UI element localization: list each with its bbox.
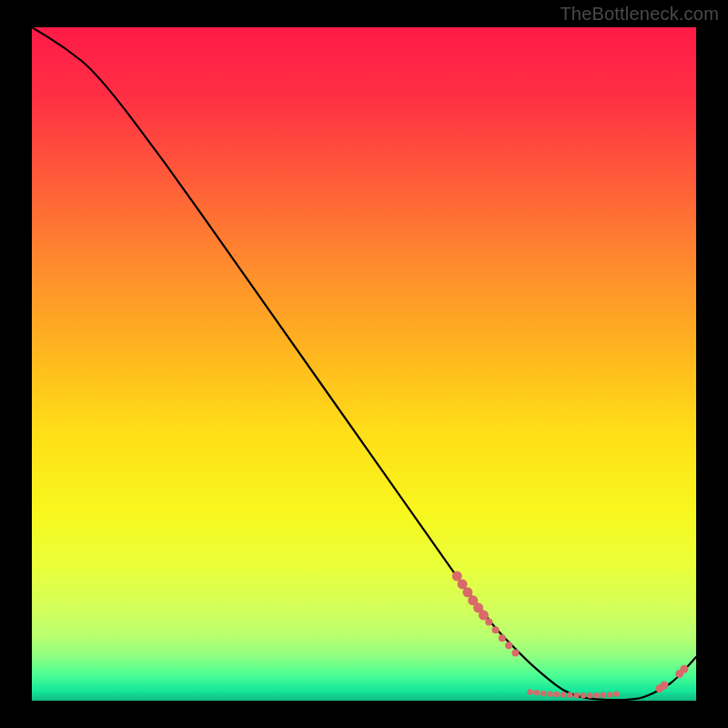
data-point [561,692,566,697]
chart-overlay [32,27,696,701]
data-point [601,693,606,698]
data-point [567,693,572,698]
data-point [479,611,489,621]
data-point [660,681,668,689]
data-point [593,693,599,698]
data-point [485,618,492,625]
data-point [527,689,532,694]
curve-line [32,27,696,700]
data-point [587,693,592,698]
data-point [511,649,519,656]
data-point [554,692,560,697]
data-point [541,691,546,696]
chart-frame: TheBottleneck.com [0,0,728,728]
plot-area [32,27,696,701]
data-point [573,693,579,698]
watermark-text: TheBottleneck.com [560,4,719,25]
data-point [492,626,500,633]
data-point [505,642,512,649]
data-point [607,692,612,697]
data-point [613,691,619,696]
data-point [581,693,586,698]
marker-group [452,571,689,699]
data-point [547,691,552,696]
data-point [534,690,540,695]
data-point [499,634,506,642]
data-point [680,665,688,673]
